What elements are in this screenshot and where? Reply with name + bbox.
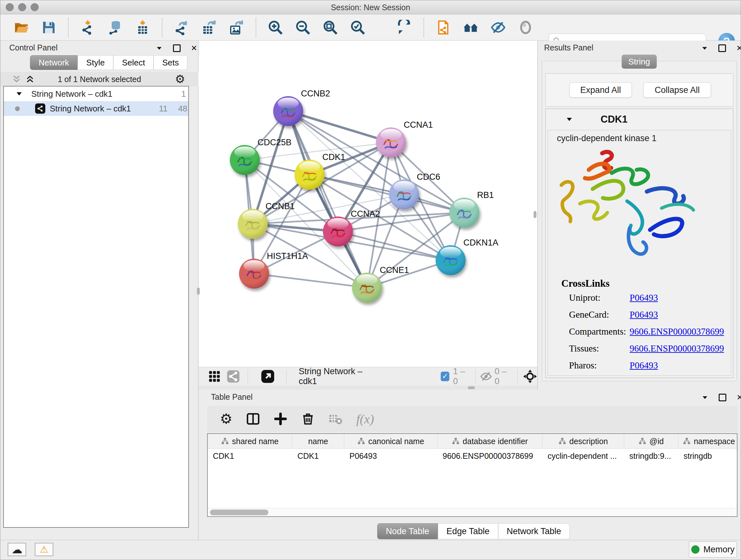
edge-CCNB2-CCNE1[interactable]	[288, 111, 367, 288]
panel-menu-icon[interactable]	[701, 394, 709, 401]
tab-edge-table[interactable]: Edge Table	[438, 523, 498, 539]
create-column-plus-icon[interactable]	[274, 412, 287, 426]
collapse-all-button[interactable]: Collapse All	[643, 82, 711, 98]
column-header-database-identifier[interactable]: database identifier	[437, 434, 542, 449]
fit-content-crosshair-icon[interactable]	[523, 369, 537, 384]
node-CCNB1[interactable]	[238, 209, 268, 239]
node-CCNA2[interactable]	[323, 216, 353, 246]
export-table-button[interactable]	[201, 19, 217, 36]
crosslink-link[interactable]: P06493	[630, 309, 658, 320]
cell-namespace[interactable]: stringdb	[678, 449, 738, 463]
open-session-button[interactable]	[13, 19, 30, 36]
column-label: description	[569, 437, 608, 446]
panel-menu-icon[interactable]	[156, 45, 163, 52]
panel-close-icon[interactable]: ✕	[736, 44, 741, 52]
node-CCNB2[interactable]	[273, 96, 303, 126]
show-all-button[interactable]	[517, 19, 534, 36]
crosslink-link[interactable]: P06493	[630, 293, 658, 303]
import-table-button[interactable]	[134, 19, 151, 36]
crosslink-link[interactable]: P06493	[630, 360, 658, 371]
file-share-button[interactable]	[435, 19, 452, 36]
node-CDC25B[interactable]	[230, 145, 260, 175]
edge-CDK1-RB1[interactable]	[310, 175, 464, 212]
column-header-namespace[interactable]: namespace	[678, 434, 738, 449]
node-RB1[interactable]	[449, 198, 479, 228]
cell-shared-name[interactable]: CDK1	[208, 449, 292, 463]
tab-select[interactable]: Select	[113, 55, 153, 70]
network-canvas[interactable]: CCNB2CCNA1CDC25BCDK1CDC6RB1CCNB1CCNA2CDK…	[199, 41, 537, 367]
import-network-button[interactable]	[79, 19, 96, 36]
crosslink-link[interactable]: 9606.ENSP00000378699	[630, 326, 724, 337]
warnings-button[interactable]: ⚠	[35, 543, 53, 556]
import-database-button[interactable]	[107, 19, 124, 36]
tab-network[interactable]: Network	[30, 55, 77, 70]
cell-description[interactable]: cyclin-dependent ...	[542, 449, 624, 463]
panel-float-icon[interactable]	[718, 44, 726, 52]
node-CDKN1A[interactable]	[435, 245, 466, 275]
panel-menu-icon[interactable]	[701, 45, 708, 52]
table-options-gear-icon[interactable]: ⚙	[220, 412, 232, 426]
cell-name[interactable]: CDK1	[292, 449, 344, 463]
zoom-out-button[interactable]	[294, 19, 311, 36]
right-splitter-grip[interactable]	[534, 211, 536, 218]
table-horizontal-scrollbar[interactable]	[208, 508, 737, 516]
selected-checkbox[interactable]: ✓	[441, 372, 449, 381]
column-header--id[interactable]: @id	[624, 434, 678, 449]
export-image-button[interactable]	[228, 19, 245, 36]
column-header-name[interactable]: name	[292, 434, 344, 449]
cell--id[interactable]: stringdb:9...	[624, 449, 678, 463]
network-options-gear-icon[interactable]: ⚙	[175, 73, 185, 85]
tab-network-table[interactable]: Network Table	[498, 523, 570, 539]
export-image-icon	[229, 20, 244, 35]
node-CCNA1[interactable]	[376, 127, 406, 158]
scrollbar-thumb[interactable]	[210, 509, 268, 515]
splitter-grip[interactable]	[468, 386, 475, 389]
crosslinks-title: CrossLinks	[561, 278, 610, 289]
save-session-button[interactable]	[41, 19, 57, 36]
left-splitter-grip[interactable]	[197, 288, 200, 295]
cell-database-identifier[interactable]: 9606.ENSP00000378699	[437, 449, 542, 463]
gene-collapse-icon[interactable]	[565, 116, 573, 123]
grid-view-icon[interactable]	[208, 370, 221, 383]
column-header-description[interactable]: description	[542, 434, 624, 449]
node-CCNE1[interactable]	[352, 273, 382, 303]
table-row[interactable]: CDK1CDK1P064939606.ENSP00000378699cyclin…	[208, 449, 738, 463]
column-label: name	[308, 437, 328, 446]
delete-column-trash-icon[interactable]	[301, 412, 315, 426]
zoom-fit-button[interactable]	[322, 19, 339, 36]
network-collection-row[interactable]: String Network – cdk1 1	[4, 86, 188, 101]
panel-float-icon[interactable]	[173, 44, 181, 52]
open-in-window-icon[interactable]	[261, 369, 275, 383]
memory-button[interactable]: Memory	[689, 542, 737, 557]
zoom-in-button[interactable]	[267, 19, 284, 36]
panel-close-icon[interactable]: ✕	[737, 394, 741, 401]
expand-all-button[interactable]: Expand All	[569, 82, 632, 98]
tab-style[interactable]: Style	[77, 55, 113, 70]
panel-close-icon[interactable]: ✕	[191, 44, 197, 52]
panel-float-icon[interactable]	[719, 394, 726, 401]
cloud-service-button[interactable]: ☁	[8, 543, 26, 556]
open-session-icon	[14, 20, 29, 35]
horizontal-splitter[interactable]	[199, 385, 537, 390]
column-header-canonical-name[interactable]: canonical name	[344, 434, 437, 449]
cell-canonical-name[interactable]: P06493	[344, 449, 437, 463]
node-CDC6[interactable]	[389, 179, 419, 209]
zoom-selected-button[interactable]	[349, 19, 366, 36]
crosslink-link[interactable]: 9606.ENSP00000378699	[630, 343, 724, 354]
show-columns-icon[interactable]	[246, 412, 260, 426]
node-HIST1H1A[interactable]	[239, 259, 269, 289]
edge-HIST1H1A-CCNE1[interactable]	[254, 273, 367, 288]
tab-sets[interactable]: Sets	[153, 55, 187, 70]
column-header-shared-name[interactable]: shared name	[208, 434, 292, 449]
node-CDK1[interactable]	[294, 160, 325, 190]
string-view-icon[interactable]	[226, 370, 240, 383]
export-network-button[interactable]	[173, 19, 190, 36]
refresh-button[interactable]	[396, 19, 413, 36]
edge-CCNB2-CCNA1[interactable]	[288, 111, 391, 142]
collection-expand-icon[interactable]	[15, 90, 23, 98]
tab-node-table[interactable]: Node Table	[377, 523, 438, 539]
homes-button[interactable]	[462, 19, 479, 36]
hide-selected-button[interactable]	[490, 19, 507, 36]
tab-string[interactable]: String	[622, 55, 657, 69]
network-row[interactable]: String Network – cdk1 11 48	[4, 101, 188, 116]
